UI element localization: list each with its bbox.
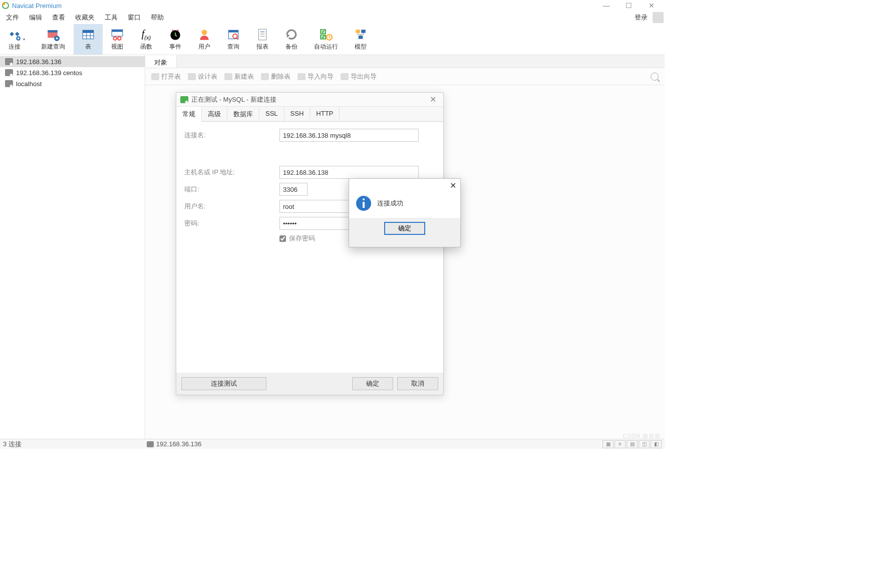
view-extra-button[interactable]: ◧ xyxy=(651,440,662,448)
tab-ssl[interactable]: SSL xyxy=(259,107,284,121)
login-link[interactable]: 登录 xyxy=(632,11,651,24)
import-wizard-button[interactable]: 导入向导 xyxy=(295,70,337,83)
menu-file[interactable]: 文件 xyxy=(1,11,24,24)
ok-button[interactable]: 确定 xyxy=(352,377,393,390)
msgbox-ok-button[interactable]: 确定 xyxy=(384,222,425,235)
connection-item[interactable]: 192.168.36.139 centos xyxy=(0,67,145,78)
info-icon xyxy=(356,196,371,211)
toolbar-function[interactable]: f(x) 函数 xyxy=(132,24,161,55)
tab-http[interactable]: HTTP xyxy=(310,107,340,121)
menu-favorites[interactable]: 收藏夹 xyxy=(70,11,100,24)
report-icon xyxy=(256,28,269,41)
toolbar-model[interactable]: 模型 xyxy=(346,24,375,55)
titlebar: Navicat Premium — ☐ ✕ xyxy=(0,0,665,11)
db-icon xyxy=(5,58,13,65)
view-grid-button[interactable]: ▦ xyxy=(603,440,614,448)
menu-help[interactable]: 帮助 xyxy=(146,11,169,24)
view-er-button[interactable]: ◫ xyxy=(639,440,650,448)
toolbar-view[interactable]: 视图 xyxy=(103,24,132,55)
msgbox-text: 连接成功 xyxy=(377,199,403,208)
toolbar-connect[interactable]: 连接 ▾ xyxy=(0,24,33,55)
toolbar-new-query[interactable]: 新建查询 xyxy=(33,24,73,55)
model-icon xyxy=(354,28,367,41)
toolbar-user[interactable]: 用户 xyxy=(190,24,219,55)
status-connection-count: 3 连接 xyxy=(3,440,22,449)
db-icon xyxy=(5,69,13,76)
connection-item[interactable]: 192.168.36.136 xyxy=(0,56,145,67)
avatar-icon[interactable] xyxy=(653,12,664,23)
toolbar-backup[interactable]: 备份 xyxy=(277,24,306,55)
menubar: 文件 编辑 查看 收藏夹 工具 窗口 帮助 登录 xyxy=(0,11,665,24)
toolbar-event[interactable]: 事件 xyxy=(161,24,190,55)
conn-name-input[interactable] xyxy=(279,129,419,142)
dialog-titlebar: 正在测试 - MySQL - 新建连接 ✕ xyxy=(176,93,443,107)
subtoolbar: 打开表 设计表 新建表 删除表 导入向导 导出向导 xyxy=(145,68,665,85)
sidebar: 192.168.36.136 192.168.36.139 centos loc… xyxy=(0,55,145,439)
dialog-tabs: 常规 高级 数据库 SSL SSH HTTP xyxy=(176,107,443,122)
design-table-button[interactable]: 设计表 xyxy=(185,70,220,83)
new-table-button[interactable]: 新建表 xyxy=(221,70,257,83)
menu-edit[interactable]: 编辑 xyxy=(24,11,47,24)
new-table-icon xyxy=(224,73,232,80)
toolbar-table[interactable]: 表 xyxy=(74,24,103,55)
db-icon xyxy=(147,441,154,447)
cancel-button[interactable]: 取消 xyxy=(397,377,438,390)
connection-item[interactable]: localhost xyxy=(0,78,145,89)
tab-database[interactable]: 数据库 xyxy=(227,107,259,121)
menu-window[interactable]: 窗口 xyxy=(123,11,146,24)
tab-advanced[interactable]: 高级 xyxy=(202,107,227,121)
export-icon xyxy=(341,73,349,80)
menu-tools[interactable]: 工具 xyxy=(100,11,123,24)
svg-rect-27 xyxy=(356,30,360,33)
dialog-title: 正在测试 - MySQL - 新建连接 xyxy=(191,95,276,104)
msgbox-close-button[interactable]: ✕ xyxy=(450,181,456,190)
svg-rect-28 xyxy=(361,30,366,33)
view-list-button[interactable]: ≡ xyxy=(615,440,626,448)
msgbox-titlebar: ✕ xyxy=(349,179,460,192)
user-icon xyxy=(198,28,211,41)
toolbar: 连接 ▾ 新建查询 表 视图 f(x) 函数 事件 用户 查询 报表 备份 自 xyxy=(0,24,665,55)
svg-rect-17 xyxy=(228,30,238,32)
plug-icon xyxy=(8,28,21,41)
db-icon xyxy=(5,80,13,87)
delete-table-button[interactable]: 删除表 xyxy=(258,70,294,83)
design-table-icon xyxy=(188,73,196,80)
maximize-button[interactable]: ☐ xyxy=(618,0,640,11)
svg-rect-2 xyxy=(48,30,58,32)
test-connection-button[interactable]: 连接测试 xyxy=(181,377,266,390)
query-icon xyxy=(227,28,240,41)
svg-rect-20 xyxy=(258,29,266,40)
save-password-checkbox[interactable] xyxy=(279,235,286,242)
watermark: CSDN @孜孜 xyxy=(623,432,661,440)
minimize-button[interactable]: — xyxy=(595,0,618,11)
svg-rect-29 xyxy=(359,36,363,39)
view-detail-button[interactable]: ▤ xyxy=(627,440,638,448)
app-title: Navicat Premium xyxy=(12,2,62,10)
tab-objects[interactable]: 对象 xyxy=(145,55,177,68)
tab-general[interactable]: 常规 xyxy=(176,107,202,122)
password-label: 密码: xyxy=(184,219,279,228)
dialog-footer: 连接测试 确定 取消 xyxy=(176,373,443,395)
chevron-down-icon: ▾ xyxy=(23,37,25,42)
host-label: 主机名或 IP 地址: xyxy=(184,168,279,177)
view-icon xyxy=(111,28,124,41)
view-mode-buttons: ▦ ≡ ▤ ◫ ◧ xyxy=(603,440,662,448)
close-button[interactable]: ✕ xyxy=(640,0,663,11)
host-input[interactable] xyxy=(279,166,419,179)
port-input[interactable] xyxy=(279,183,308,196)
clock-icon xyxy=(169,28,182,41)
open-table-button[interactable]: 打开表 xyxy=(148,70,184,83)
toolbar-report[interactable]: 报表 xyxy=(248,24,277,55)
function-icon: f(x) xyxy=(140,28,153,41)
export-wizard-button[interactable]: 导出向导 xyxy=(338,70,380,83)
user-label: 用户名: xyxy=(184,202,279,211)
svg-point-15 xyxy=(202,30,207,35)
menu-view[interactable]: 查看 xyxy=(47,11,70,24)
table-icon xyxy=(82,28,95,41)
toolbar-autorun[interactable]: 自动运行 xyxy=(306,24,346,55)
toolbar-query[interactable]: 查询 xyxy=(219,24,248,55)
tab-ssh[interactable]: SSH xyxy=(284,107,311,121)
search-icon[interactable] xyxy=(651,73,659,81)
port-label: 端口: xyxy=(184,185,279,194)
dialog-close-button[interactable]: ✕ xyxy=(427,95,439,104)
